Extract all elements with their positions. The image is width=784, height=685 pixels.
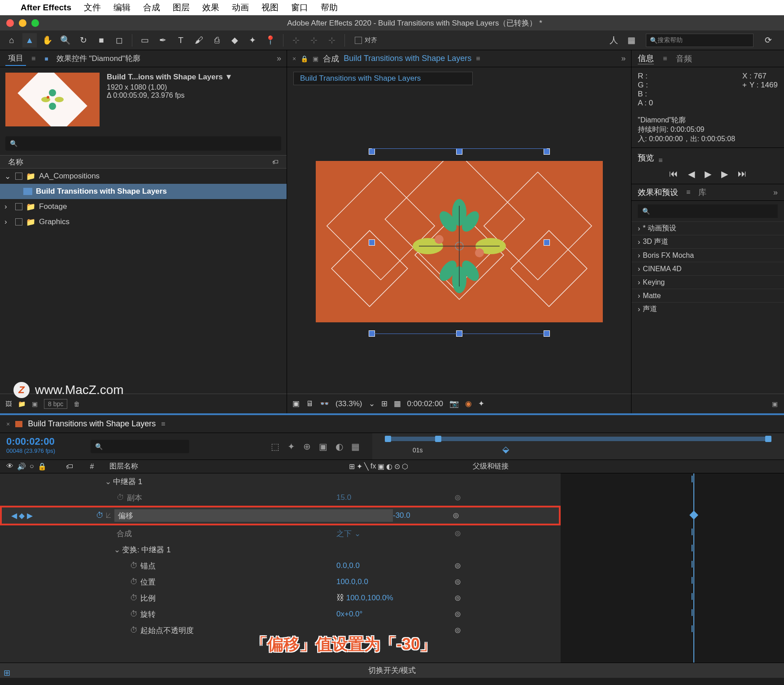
panel-menu-icon[interactable]: ≡ bbox=[31, 55, 35, 63]
tab-effects-presets[interactable]: 效果和预设 bbox=[638, 187, 678, 198]
menu-window[interactable]: 窗口 bbox=[291, 2, 308, 13]
home-button[interactable]: ⌂ bbox=[4, 33, 19, 48]
switch-icon[interactable]: ▣ bbox=[378, 462, 384, 471]
menu-edit[interactable]: 编辑 bbox=[113, 2, 131, 13]
timeline-comp-name[interactable]: Build Transitions with Shape Layers bbox=[28, 419, 156, 429]
channel-icon[interactable]: ◉ bbox=[465, 399, 472, 408]
property-row[interactable]: 合成 之下⌄ ⊚ bbox=[0, 525, 561, 542]
lock-icon[interactable]: 🔒 bbox=[38, 462, 47, 471]
parent-column[interactable]: 父级和链接 bbox=[466, 462, 570, 471]
switch-icon[interactable]: ⬡ bbox=[402, 462, 408, 471]
stopwatch-icon[interactable]: ⏱ bbox=[117, 493, 124, 502]
region-icon[interactable]: ▣ bbox=[292, 399, 300, 408]
zoom-level[interactable]: (33.3%) bbox=[335, 399, 362, 408]
audio-icon[interactable]: 🔊 bbox=[17, 462, 26, 471]
snap-toggle[interactable]: 对齐 bbox=[355, 36, 377, 44]
panel-menu-icon[interactable]: ≡ bbox=[161, 420, 165, 428]
transform-handle[interactable] bbox=[369, 148, 375, 155]
camera-tool[interactable]: ◻ bbox=[112, 33, 126, 48]
composition-viewer[interactable] bbox=[287, 90, 631, 394]
property-value[interactable]: 0.0,0.0 bbox=[336, 561, 444, 570]
color-depth-button[interactable]: 8 bpc bbox=[44, 399, 67, 409]
menu-view[interactable]: 视图 bbox=[261, 2, 279, 13]
panel-menu-icon[interactable]: ≡ bbox=[658, 156, 662, 165]
menu-composition[interactable]: 合成 bbox=[143, 2, 160, 13]
pickwhip-icon[interactable]: ⊚ bbox=[444, 593, 471, 603]
effects-category[interactable]: ›3D 声道 bbox=[632, 235, 784, 248]
display-icon[interactable]: 🖥 bbox=[306, 399, 314, 408]
project-column-header[interactable]: 名称 🏷 bbox=[0, 155, 287, 169]
prev-frame-icon[interactable]: ◀ bbox=[688, 169, 695, 179]
property-value[interactable]: -30.0 bbox=[393, 511, 442, 520]
tab-project[interactable]: 项目 bbox=[5, 51, 26, 66]
expand-panel-icon[interactable]: » bbox=[277, 54, 281, 63]
effects-category[interactable]: ›CINEMA 4D bbox=[632, 262, 784, 275]
pickwhip-icon[interactable]: ⊚ bbox=[444, 561, 471, 571]
current-time[interactable]: 0:00:02:00 bbox=[407, 399, 443, 408]
property-row[interactable]: ⏱ 位置 100.0,0.0 ⊚ bbox=[0, 574, 561, 590]
playhead-indicator-icon[interactable]: ⬙ bbox=[502, 444, 509, 455]
grid-icon[interactable]: ▦ bbox=[624, 33, 639, 48]
timecode-display[interactable]: 0:00:02:00 00048 (23.976 fps) bbox=[0, 433, 85, 460]
flowchart-button[interactable]: Build Transitions with Shape Layers bbox=[293, 72, 473, 85]
minimize-window-icon[interactable] bbox=[19, 19, 26, 27]
grid-toggle-icon[interactable]: ▦ bbox=[394, 399, 401, 408]
label-column[interactable]: 🏷 bbox=[58, 463, 81, 471]
property-group[interactable]: ⌄ 中继器 1 bbox=[0, 473, 561, 490]
axis-tool-2[interactable]: ⊹ bbox=[307, 33, 321, 48]
property-row[interactable]: ⏱ 旋转 0x+0.0° ⊚ bbox=[0, 606, 561, 622]
property-row-offset[interactable]: ◀ ◆ ▶ ⏱ ⟀ 偏移 -30.0 ⊚ bbox=[0, 506, 561, 525]
new-comp-icon[interactable]: ▣ bbox=[32, 400, 38, 408]
number-column[interactable]: # bbox=[81, 463, 103, 471]
menu-help[interactable]: 帮助 bbox=[321, 2, 338, 13]
property-value[interactable]: 之下⌄ bbox=[336, 529, 444, 539]
work-area-end-handle[interactable] bbox=[765, 436, 771, 442]
transform-handle[interactable] bbox=[456, 148, 462, 155]
property-value[interactable]: 0x+0.0° bbox=[336, 610, 444, 619]
timeline-options-icon[interactable]: ⊞ bbox=[4, 668, 10, 678]
effects-search[interactable]: 🔍 bbox=[638, 204, 778, 218]
time-ruler[interactable]: 01s ⬙ bbox=[372, 433, 784, 460]
switch-icon[interactable]: ✦ bbox=[357, 462, 362, 471]
stopwatch-icon[interactable]: ⏱ bbox=[130, 594, 138, 603]
eraser-tool[interactable]: ◆ bbox=[227, 33, 242, 48]
switch-icon[interactable]: ⊙ bbox=[394, 462, 400, 471]
property-value[interactable]: ⛓ 100.0,100.0% bbox=[336, 594, 444, 603]
draft3d-icon[interactable]: ✦ bbox=[287, 441, 295, 452]
effects-category[interactable]: ›* 动画预设 bbox=[632, 221, 784, 235]
work-area-bar[interactable] bbox=[386, 437, 771, 441]
effects-category[interactable]: ›Boris FX Mocha bbox=[632, 248, 784, 262]
layer-name-column[interactable]: 图层名称 bbox=[103, 462, 345, 471]
pickwhip-icon[interactable]: ⊚ bbox=[444, 609, 471, 619]
project-item-folder[interactable]: › 📁 Graphics bbox=[0, 214, 287, 230]
solo-icon[interactable]: ○ bbox=[30, 462, 34, 471]
axis-tool-3[interactable]: ⊹ bbox=[325, 33, 339, 48]
graph-icon[interactable]: ⟀ bbox=[106, 511, 111, 520]
maximize-window-icon[interactable] bbox=[31, 19, 39, 27]
exposure-icon[interactable]: ✦ bbox=[478, 399, 484, 408]
project-item-folder[interactable]: › 📁 Footage bbox=[0, 199, 287, 214]
menu-effect[interactable]: 效果 bbox=[202, 2, 219, 13]
transform-handle[interactable] bbox=[544, 239, 550, 246]
interpret-icon[interactable]: 🖼 bbox=[5, 400, 12, 408]
orbit-tool[interactable]: ↻ bbox=[76, 33, 91, 48]
chain-icon[interactable]: ⛓ bbox=[336, 594, 344, 602]
project-search[interactable]: 🔍 bbox=[5, 136, 281, 151]
tab-audio[interactable]: 音频 bbox=[676, 53, 692, 64]
menu-file[interactable]: 文件 bbox=[84, 2, 101, 13]
sync-icon[interactable]: ⟳ bbox=[757, 33, 780, 48]
snapshot-icon[interactable]: 📷 bbox=[449, 399, 459, 408]
tab-info[interactable]: 信息 bbox=[638, 53, 654, 65]
comp-title[interactable]: Build T...ions with Shape Layers ▼ bbox=[107, 73, 281, 82]
puppet-tool[interactable]: 📍 bbox=[263, 33, 278, 48]
hand-tool[interactable]: ✋ bbox=[40, 33, 55, 48]
motion-blur-icon[interactable]: ◐ bbox=[335, 441, 343, 452]
transform-handle[interactable] bbox=[544, 148, 550, 155]
rotation-tool[interactable]: ■ bbox=[94, 33, 109, 48]
pickwhip-icon[interactable]: ⊚ bbox=[444, 625, 471, 635]
pen-tool[interactable]: ✒ bbox=[156, 33, 170, 48]
effects-category[interactable]: ›Keying bbox=[632, 275, 784, 289]
help-search[interactable]: 🔍 搜索帮助 bbox=[646, 34, 754, 47]
clone-tool[interactable]: ⎙ bbox=[209, 33, 224, 48]
property-group[interactable]: ⌄ 变换: 中继器 1 bbox=[0, 542, 561, 558]
